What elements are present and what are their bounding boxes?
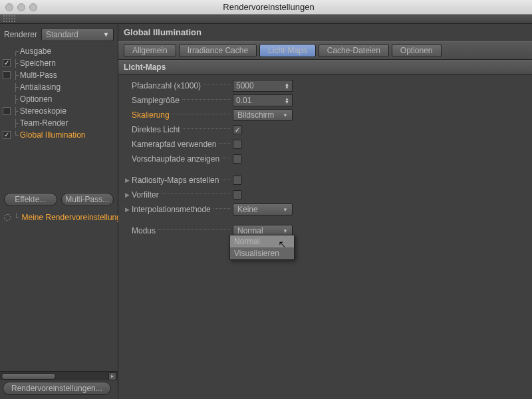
tab-optionen[interactable]: Optionen (392, 44, 442, 57)
tree-item-multipass[interactable]: ├Multi-Pass (0, 69, 118, 81)
chevron-down-icon: ▼ (283, 228, 288, 234)
chevron-down-icon: ▼ (283, 112, 288, 118)
chevron-down-icon: ▼ (103, 31, 109, 38)
label-pfadanzahl: Pfadanzahl (x1000) (132, 81, 201, 90)
section-title: Licht-Maps (118, 60, 532, 74)
label-modus: Modus (132, 226, 156, 235)
expand-icon[interactable]: ▶ (125, 177, 132, 184)
tree-item-antialiasing[interactable]: ├Antialiasing (0, 81, 118, 93)
renderer-value: Standard (46, 30, 78, 39)
checkbox-kamerapfad[interactable] (233, 140, 242, 149)
tree-item-optionen[interactable]: ├Optionen (0, 93, 118, 105)
main-panel: Global Illumination Allgemein Irradiance… (118, 24, 532, 399)
renderer-dropdown[interactable]: Standard ▼ (41, 28, 114, 41)
tab-allgemein[interactable]: Allgemein (124, 44, 176, 57)
input-samplegroesse[interactable]: 0.01▲▼ (233, 94, 293, 106)
input-pfadanzahl[interactable]: 5000▲▼ (233, 80, 293, 92)
spinner-icon[interactable]: ▲▼ (285, 82, 289, 89)
label-interpolation: Interpolationsmethode (132, 205, 211, 214)
combo-skalierung[interactable]: Bildschirm▼ (233, 109, 293, 121)
tab-cachedateien[interactable]: Cache-Dateien (319, 44, 389, 57)
checkbox-vorfilter[interactable] (233, 190, 242, 200)
toolbar-strip (0, 15, 532, 24)
grip-icon[interactable] (3, 15, 16, 23)
checkbox-icon[interactable] (3, 107, 11, 115)
label-vorfilter: Vorfilter (132, 190, 159, 200)
tab-lichtmaps[interactable]: Licht-Maps (259, 44, 316, 57)
label-radiosity: Radiosity-Maps erstellen (132, 176, 219, 185)
preset-label: Meine Rendervoreinstellung (22, 213, 121, 222)
panel-title: Global Illumination (118, 24, 532, 41)
tree-item-stereoskopie[interactable]: ├Stereoskopie (0, 105, 118, 117)
checkbox-radiosity[interactable] (233, 176, 242, 185)
expand-icon[interactable]: ▶ (125, 192, 132, 198)
tree-item-ausgabe[interactable]: ┌Ausgabe (0, 45, 118, 57)
label-direkteslicht: Direktes Licht (132, 125, 180, 134)
checkbox-icon[interactable] (3, 59, 11, 67)
tree-item-gi[interactable]: └Global Illumination (0, 129, 118, 141)
checkbox-icon[interactable] (3, 131, 11, 139)
sidebar: Renderer Standard ▼ ┌Ausgabe ├Speichern … (0, 24, 118, 399)
tree-item-teamrender[interactable]: ├Team-Render (0, 117, 118, 129)
sidebar-scrollbar[interactable]: ▸ (0, 371, 118, 380)
spinner-icon[interactable]: ▲▼ (285, 97, 289, 104)
render-settings-button[interactable]: Rendervoreinstellungen... (3, 382, 111, 395)
scroll-right-icon[interactable]: ▸ (108, 372, 116, 380)
combo-interpolation[interactable]: Keine▼ (233, 203, 293, 215)
window-titlebar: Rendervoreinstellungen (0, 0, 532, 15)
expand-icon[interactable]: ▶ (125, 206, 132, 213)
form: Pfadanzahl (x1000) 5000▲▼ Samplegröße 0.… (118, 74, 532, 242)
label-skalierung: Skalierung (132, 110, 170, 120)
checkbox-vorschaupfade[interactable] (233, 154, 242, 164)
scrollbar-thumb[interactable] (1, 373, 56, 380)
effects-button[interactable]: Effekte... (4, 193, 57, 206)
window-title: Rendervoreinstellungen (11, 2, 527, 12)
settings-tree: ┌Ausgabe ├Speichern ├Multi-Pass ├Antiali… (0, 44, 118, 189)
label-kamerapfad: Kamerapfad verwenden (132, 140, 216, 149)
modus-popup: Normal Visualisieren (229, 235, 295, 260)
chevron-down-icon: ▼ (283, 207, 288, 213)
preset-row[interactable]: └ Meine Rendervoreinstellung (0, 210, 118, 229)
checkbox-direkteslicht[interactable] (233, 125, 242, 134)
preset-icon (4, 214, 11, 221)
tab-bar: Allgemein Irradiance Cache Licht-Maps Ca… (118, 41, 532, 60)
tree-item-speichern[interactable]: ├Speichern (0, 57, 118, 69)
label-samplegroesse: Samplegröße (132, 96, 180, 105)
multipass-button[interactable]: Multi-Pass... (61, 193, 114, 206)
popup-option-normal[interactable]: Normal (230, 235, 294, 247)
checkbox-icon[interactable] (3, 71, 11, 79)
popup-option-visualisieren[interactable]: Visualisieren (230, 247, 294, 259)
label-vorschaupfade: Vorschaupfade anzeigen (132, 154, 219, 164)
renderer-label: Renderer (4, 30, 37, 39)
tab-irradiance[interactable]: Irradiance Cache (179, 44, 257, 57)
